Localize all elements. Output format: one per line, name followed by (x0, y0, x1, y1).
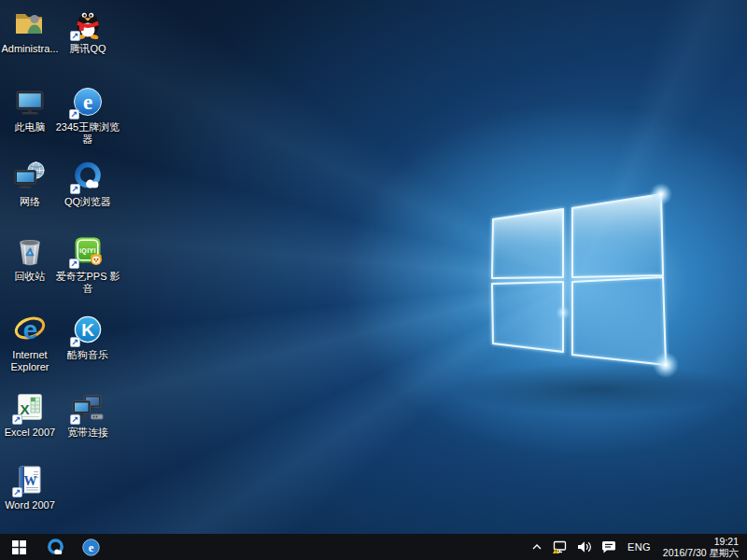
tray-network-button[interactable] (547, 534, 572, 560)
chevron-up-icon (531, 542, 543, 552)
tray-date: 2016/7/30 星期六 (663, 547, 739, 558)
desktop-wallpaper: Administra... ↗ 腾讯QQ 此电脑 (0, 0, 747, 534)
desktop-icon-qq-browser[interactable]: ↗ QQ浏览器 (58, 159, 118, 208)
network-warning-icon (552, 540, 568, 554)
2345-browser-taskbar-icon: e (81, 538, 101, 557)
desktop-icon-recycle-bin[interactable]: 回收站 (0, 233, 60, 283)
shortcut-arrow-icon: ↗ (70, 31, 80, 41)
icon-label: 2345王牌浏览器 (55, 121, 120, 146)
icon-label: Word 2007 (0, 499, 60, 511)
taskbar-app-qq-browser[interactable] (37, 534, 73, 560)
tray-language-indicator[interactable]: ENG (621, 534, 657, 560)
desktop-icon-administrator[interactable]: Administra... (0, 6, 60, 55)
icon-label: 宽带连接 (58, 427, 118, 439)
shortcut-arrow-icon: ↗ (70, 414, 80, 425)
tray-clock[interactable]: 19:21 2016/7/30 星期六 (657, 536, 747, 558)
icon-label: Internet Explorer (0, 349, 60, 373)
shortcut-arrow-icon: ↗ (69, 259, 79, 269)
recycle-bin-icon (13, 234, 47, 268)
desktop-icon-kugou-music[interactable]: K ↗ 酷狗音乐 (58, 312, 118, 361)
desktop-icon-broadband-connection[interactable]: ↗ 宽带连接 (58, 389, 118, 439)
tray-volume-button[interactable] (572, 534, 597, 560)
ie-blue-e-icon: e (13, 313, 47, 346)
desktop-icon-network[interactable]: 网络 (0, 159, 60, 208)
icon-label: 爱奇艺PPS 影音 (55, 271, 120, 295)
icon-label: QQ浏览器 (58, 196, 118, 208)
svg-text:e: e (83, 91, 92, 114)
shortcut-arrow-icon: ↗ (69, 109, 79, 119)
icon-label: Administra... (0, 43, 60, 55)
start-button[interactable] (0, 534, 37, 560)
tray-action-center-button[interactable] (597, 534, 621, 560)
desktop-icon-2345-browser[interactable]: e ↗ 2345王牌浏览器 (55, 84, 120, 146)
network-globe-monitor-icon (13, 160, 47, 193)
hidden-icons-chevron[interactable] (527, 534, 547, 560)
tray-time: 19:21 (663, 536, 739, 547)
shortcut-arrow-icon: ↗ (70, 337, 80, 347)
shortcut-arrow-icon: ↗ (12, 487, 22, 497)
icon-label: 回收站 (0, 271, 60, 283)
desktop-icon-word-2007[interactable]: W ↗ Word 2007 (0, 462, 60, 511)
icon-label: 此电脑 (0, 121, 60, 133)
windows-logo-icon (476, 182, 682, 397)
shortcut-arrow-icon: ↗ (70, 184, 80, 194)
desktop-icon-this-pc[interactable]: 此电脑 (0, 84, 60, 133)
desktop-icon-tencent-qq[interactable]: ↗ 腾讯QQ (58, 6, 118, 55)
svg-text:W: W (24, 474, 37, 488)
windows-start-icon (12, 540, 26, 554)
taskbar: e (0, 534, 747, 560)
icon-label: 网络 (0, 196, 60, 208)
icon-label: 腾讯QQ (58, 43, 118, 55)
taskbar-app-2345-browser[interactable]: e (73, 534, 108, 560)
volume-icon (577, 540, 592, 553)
system-tray: ENG 19:21 2016/7/30 星期六 (527, 534, 747, 560)
icon-label: Excel 2007 (0, 427, 60, 439)
desktop-icon-iqiyi-pps[interactable]: iQIYI ↗ 爱奇艺PPS 影音 (55, 233, 120, 295)
desktop-icon-excel-2007[interactable]: X ↗ Excel 2007 (0, 389, 60, 439)
svg-text:e: e (23, 315, 38, 344)
this-pc-monitor-icon (13, 85, 47, 119)
svg-text:iQIYI: iQIYI (79, 247, 96, 255)
icon-label: 酷狗音乐 (58, 349, 118, 361)
qq-browser-taskbar-icon (46, 538, 65, 557)
svg-text:e: e (88, 541, 93, 554)
action-center-icon (601, 540, 616, 554)
user-folder-icon (13, 7, 47, 40)
desktop-icon-internet-explorer[interactable]: e Internet Explorer (0, 312, 60, 373)
svg-text:K: K (81, 320, 94, 340)
shortcut-arrow-icon: ↗ (12, 414, 22, 425)
